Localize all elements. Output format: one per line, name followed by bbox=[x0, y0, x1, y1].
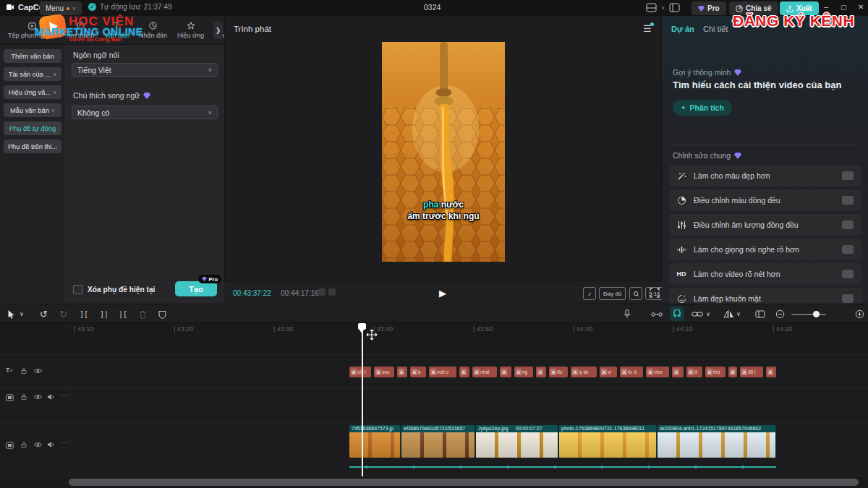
video-clip-ef368b79a91d5731l531[interactable]: ef368b79a91d5731l531b57 bbox=[401, 425, 475, 458]
caption-clip[interactable]: Alý do bbox=[571, 367, 597, 377]
keyframe-button[interactable] bbox=[651, 308, 663, 320]
preview-axis-button[interactable] bbox=[755, 308, 765, 320]
bilingual-caption-select[interactable]: Không có ∨ bbox=[72, 106, 218, 119]
caption-clip[interactable]: Ađ bbox=[686, 367, 702, 377]
caption-clip[interactable]: Anhất bbox=[472, 367, 497, 377]
layout-switcher[interactable]: ∨ bbox=[646, 3, 680, 12]
caption-clip[interactable]: A bbox=[500, 367, 511, 377]
trim-left-button[interactable]: ]| bbox=[100, 308, 109, 320]
lock-icon[interactable] bbox=[20, 367, 27, 374]
sidebar-item-phu-e-tu-ong[interactable]: Phụ đề tự động bbox=[4, 121, 61, 135]
caption-clip[interactable]: A bbox=[536, 367, 546, 377]
playhead-handle[interactable] bbox=[358, 323, 366, 330]
tab-project[interactable]: Dự án bbox=[671, 25, 694, 33]
toggle-switch[interactable] bbox=[842, 196, 854, 205]
toggle-switch[interactable] bbox=[842, 245, 854, 254]
caption-clip[interactable]: Ang bbox=[514, 367, 533, 377]
video-clip-sk200804-anh1-172415[interactable]: sk200804-anh1-17241517897441857946602 bbox=[658, 425, 776, 458]
playhead-line[interactable] bbox=[362, 323, 363, 476]
caption-clip[interactable]: Ađổ l bbox=[740, 367, 763, 377]
preview-zoom-button[interactable] bbox=[629, 287, 642, 300]
mirror-chevron[interactable]: ∨ bbox=[736, 308, 741, 320]
edit-option-lam-cho-mau-ep-hon[interactable]: Làm cho màu đẹp hơn bbox=[669, 165, 862, 187]
sidebar-item-phu-e-tren-thi[interactable]: Phụ đề trên thi... bbox=[4, 140, 61, 153]
link-chevron[interactable]: ∨ bbox=[706, 308, 710, 320]
record-voiceover-button[interactable] bbox=[624, 308, 631, 320]
timeline-zoom-slider[interactable] bbox=[791, 314, 826, 315]
snap-magnet-button[interactable] bbox=[670, 307, 684, 321]
split-button[interactable]: ][ bbox=[80, 308, 88, 320]
quality-button[interactable]: Đầy đủ bbox=[599, 287, 626, 300]
caption-clip[interactable]: Asou bbox=[374, 367, 394, 377]
player-menu-button[interactable]: ☰ bbox=[643, 23, 652, 34]
video-clip-photo-1763869800721-[interactable]: photo-1763869800721-17638698011 bbox=[559, 425, 657, 458]
spoken-language-select[interactable]: Tiếng Việt ∨ bbox=[72, 63, 218, 77]
toggle-switch[interactable] bbox=[842, 221, 854, 229]
sidebar-item-them-van-ban[interactable]: Thêm văn bản bbox=[4, 49, 61, 63]
maximize-button[interactable]: ▢ bbox=[841, 4, 847, 11]
delete-button[interactable] bbox=[139, 308, 147, 320]
caption-clip[interactable]: Avi bbox=[600, 367, 617, 377]
lock-icon[interactable] bbox=[20, 393, 27, 401]
create-captions-button[interactable]: Tạo bbox=[175, 281, 217, 296]
caption-clip[interactable]: A bbox=[397, 367, 407, 377]
more-icon[interactable]: ··· bbox=[60, 391, 69, 398]
mirror-button[interactable] bbox=[723, 308, 734, 320]
play-button[interactable]: ▶ bbox=[439, 288, 446, 299]
toggle-switch[interactable] bbox=[842, 270, 854, 278]
analyze-button[interactable]: ✦ Phân tích bbox=[673, 100, 732, 116]
layout-split-icon[interactable] bbox=[646, 3, 657, 12]
link-button[interactable] bbox=[692, 308, 703, 320]
menu-button[interactable]: Menu ∨ bbox=[40, 1, 82, 15]
video-clip-jy8pzzep-jpg[interactable]: Jy8pzZep.jpg00:00:07:27 bbox=[476, 425, 558, 458]
mute-icon[interactable] bbox=[47, 393, 55, 401]
caption-clip[interactable]: Anhư bbox=[646, 367, 669, 377]
undo-button[interactable]: ↺ bbox=[40, 308, 48, 320]
mark-in-icon[interactable] bbox=[318, 288, 326, 296]
trim-right-button[interactable]: |[ bbox=[119, 308, 127, 320]
caption-clip[interactable]: Ađu bbox=[549, 367, 568, 377]
timeline-horizontal-scrollbar[interactable] bbox=[69, 479, 859, 486]
edit-option-lam-cho-video-ro-net-hon[interactable]: HDLàm cho video rõ nét hơn bbox=[669, 263, 862, 285]
minimize-button[interactable]: – bbox=[824, 2, 828, 11]
sidebar-item-mau-van-ban[interactable]: Mẫu văn bản∨ bbox=[4, 103, 61, 117]
tab-details[interactable]: Chi tiết bbox=[703, 25, 728, 33]
eye-icon[interactable] bbox=[34, 368, 42, 374]
caption-clip[interactable]: Atừ d bbox=[620, 367, 643, 377]
eye-icon[interactable] bbox=[34, 394, 42, 400]
edit-option-ieu-chinh-am-luong-ong-eu[interactable]: Điều chỉnh âm lượng đồng đều bbox=[669, 214, 862, 236]
caption-clip[interactable]: A bbox=[766, 367, 776, 377]
video-preview[interactable]: pha nước ấm trước khi ngủ bbox=[382, 42, 505, 262]
caption-clip[interactable]: Ab bbox=[410, 367, 426, 377]
zoom-in-button[interactable] bbox=[855, 308, 864, 320]
tiktok-preview-button[interactable]: ♪ bbox=[583, 287, 596, 300]
caption-clip[interactable]: A bbox=[728, 367, 737, 377]
edit-option-lam-cho-giong-noi-nghe-ro-hon[interactable]: Làm cho giọng nói nghe rõ hơn bbox=[669, 239, 862, 260]
chevron-down-icon[interactable]: ∨ bbox=[661, 5, 665, 11]
sidebar-item-hieu-ung-va[interactable]: Hiệu ứng vă...∨ bbox=[4, 85, 61, 99]
clear-captions-checkbox[interactable] bbox=[73, 285, 82, 294]
lock-icon[interactable] bbox=[20, 441, 27, 448]
zoom-slider-handle[interactable] bbox=[813, 311, 820, 317]
eye-icon[interactable] bbox=[34, 442, 42, 448]
fullscreen-icon[interactable] bbox=[650, 288, 660, 298]
caption-clip[interactable]: Achỉ l bbox=[349, 367, 371, 377]
caption-clip[interactable]: A bbox=[672, 367, 684, 377]
sidebar-item-tai-san-cua[interactable]: Tài sản của ...∨ bbox=[4, 67, 61, 81]
mark-out-icon[interactable] bbox=[328, 288, 336, 296]
caption-clip[interactable]: Amột o bbox=[429, 367, 456, 377]
layout-single-icon[interactable] bbox=[669, 3, 680, 12]
tabstrip-scroll-right[interactable]: ❯ bbox=[213, 22, 223, 39]
select-tool[interactable] bbox=[7, 308, 15, 320]
caption-clip[interactable]: A bbox=[459, 367, 469, 377]
mask-button[interactable] bbox=[158, 308, 166, 320]
video-clip-7451638847573-jp[interactable]: 7451638847573.jp bbox=[349, 425, 401, 458]
edit-option-ieu-chinh-mau-ong-eu[interactable]: Điều chỉnh màu đồng đều bbox=[669, 189, 862, 211]
toggle-switch[interactable] bbox=[842, 294, 854, 303]
redo-button[interactable]: ↻ bbox=[59, 308, 67, 320]
caption-clip[interactable]: Athử bbox=[705, 367, 726, 377]
close-button[interactable]: ✕ bbox=[858, 3, 864, 11]
select-tool-chevron[interactable]: ∨ bbox=[20, 308, 24, 320]
tab-hieu-ung[interactable]: Hiệu ứng bbox=[172, 21, 209, 39]
more-icon[interactable]: ··· bbox=[60, 439, 69, 446]
